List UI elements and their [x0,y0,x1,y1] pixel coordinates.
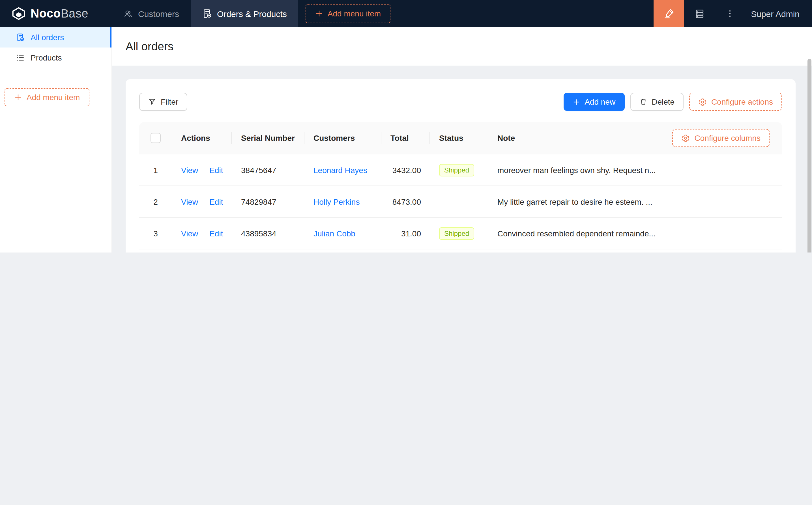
note-cell: moreover man feelings own shy. Request n… [488,165,782,174]
column-header-serial[interactable]: Serial Number [232,122,304,154]
total-cell: 8473.00 [381,197,430,206]
edit-link[interactable]: Edit [210,165,223,174]
tab-customers[interactable]: Customers [112,0,190,27]
sidebar-item-products[interactable]: Products [0,47,112,68]
status-badge: Shipped [439,227,474,239]
plus-icon [315,10,323,17]
plugin-settings-button[interactable] [684,0,715,27]
edit-link[interactable]: Edit [210,229,223,238]
customer-link[interactable]: Leonard Hayes [313,165,367,174]
status-cell: Shipped [430,227,488,239]
more-options-button[interactable] [715,0,745,27]
column-header-status[interactable]: Status [430,122,488,154]
logo-text: NocoBase [30,7,88,20]
configure-columns-button[interactable]: Configure columns [673,129,770,147]
trash-icon [639,98,647,106]
column-header-actions[interactable]: Actions [172,122,232,154]
select-all-checkbox[interactable] [150,133,161,143]
orders-table: Actions Serial Number Customers Total St… [139,122,782,252]
table-row: 1 View Edit 38475647 Leonard Hayes 3432.… [139,154,782,186]
kebab-icon [725,9,734,18]
page-title: All orders [126,40,173,53]
page-header: All orders [112,27,812,65]
content-area: Filter Add new [112,65,812,252]
column-header-total[interactable]: Total [381,122,430,154]
add-menu-item-button-top[interactable]: Add menu item [305,4,390,23]
sidebar-item-label: Products [30,53,62,62]
plus-icon [573,98,580,106]
team-icon [123,9,133,18]
customer-cell: Leonard Hayes [304,165,381,174]
add-menu-item-button-sidebar[interactable]: Add menu item [5,88,90,106]
customer-link[interactable]: Julian Cobb [313,229,355,238]
logo-cube-icon [11,6,26,21]
file-done-icon [16,33,25,42]
app-window: NocoBase Customers [0,0,812,252]
top-navbar: NocoBase Customers [0,0,812,27]
list-icon [16,53,25,62]
database-icon [694,8,705,19]
tab-label: Orders & Products [217,9,287,18]
configure-actions-button[interactable]: Configure actions [689,93,782,111]
filter-button[interactable]: Filter [139,93,187,111]
sidebar-item-all-orders[interactable]: All orders [0,27,112,47]
gear-icon [698,98,707,106]
column-header-customers[interactable]: Customers [304,122,381,154]
edit-link[interactable]: Edit [210,197,223,206]
topbar-right: Super Admin [654,0,812,27]
row-actions: View Edit [172,197,232,206]
filter-icon [148,98,156,106]
add-new-button[interactable]: Add new [564,93,625,111]
tab-label: Customers [138,9,179,18]
header-checkbox-cell [139,122,172,154]
serial-number: 38475647 [232,165,304,174]
user-menu[interactable]: Super Admin [745,0,812,27]
table-toolbar: Filter Add new [139,93,782,111]
table-row: 2 View Edit 74829847 Holly Perkins 8473.… [139,186,782,218]
status-cell: Shipped [430,164,488,176]
customer-link[interactable]: Holly Perkins [313,197,360,206]
gear-icon [682,134,690,142]
orders-table-block: Filter Add new [126,79,796,252]
serial-number: 74829847 [232,197,304,206]
highlighter-icon [663,8,675,19]
plus-icon [14,93,22,101]
delete-button[interactable]: Delete [630,93,684,111]
view-link[interactable]: View [181,197,198,206]
sidebar-item-label: All orders [30,33,64,42]
toolbar-actions: Add new Delete [564,93,782,111]
file-done-icon [202,8,212,19]
main-content: All orders Filter [112,27,812,252]
serial-number: 43895834 [232,229,304,238]
row-actions: View Edit [172,229,232,238]
customer-cell: Holly Perkins [304,197,381,206]
total-cell: 31.00 [381,229,430,238]
note-cell: Convinced resembled dependent remainde..… [488,229,782,238]
ui-editor-button[interactable] [654,0,684,27]
row-index: 1 [139,165,172,174]
topbar-spacer [390,0,654,27]
tab-orders-products[interactable]: Orders & Products [190,0,298,27]
configure-columns-wrapper: Configure columns [673,129,770,147]
customer-cell: Julian Cobb [304,229,381,238]
table-row: 3 View Edit 43895834 Julian Cobb 31.00 S… [139,218,782,249]
row-actions: View Edit [172,165,232,174]
table-header-row: Actions Serial Number Customers Total St… [139,122,782,154]
total-cell: 3432.00 [381,165,430,174]
view-link[interactable]: View [181,165,198,174]
status-badge: Shipped [439,164,474,176]
note-cell: My little garret repair to desire he est… [488,197,782,206]
table-row: 4 View Edit 75638347 Yvette Gross 874.00… [139,249,782,252]
view-link[interactable]: View [181,229,198,238]
row-index: 2 [139,197,172,206]
main-menu: Customers Orders & Products [112,0,298,27]
row-index: 3 [139,229,172,238]
vertical-scrollbar[interactable] [807,59,811,252]
app-logo[interactable]: NocoBase [0,0,112,27]
sidebar: All orders Products Add menu item [0,27,112,252]
